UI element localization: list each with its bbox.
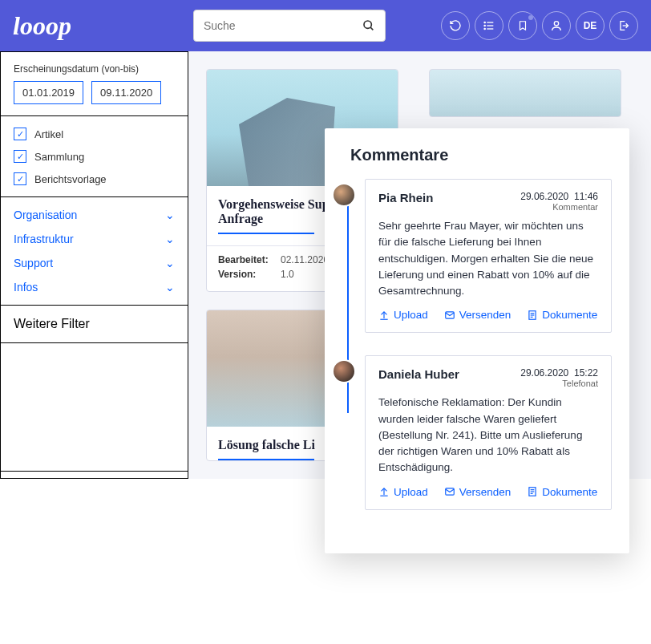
cat-label: Support <box>14 257 53 269</box>
checkbox-sammlung[interactable]: ✓Sammlung <box>14 150 175 163</box>
category-filter-section: Organisation⌄ Infrastruktur⌄ Support⌄ In… <box>1 197 188 306</box>
comment-timestamp: 29.06.2020 15:22 Telefonat <box>520 367 598 388</box>
comments-title: Kommentare <box>350 146 612 164</box>
send-action[interactable]: Versenden <box>444 486 512 498</box>
comment-actions: Upload Versenden Dokumente <box>378 486 598 498</box>
comment-actions: Upload Versenden Dokumente <box>378 309 598 321</box>
comment-item: Pia Rhein 29.06.2020 11:46 Kommentar Seh… <box>365 179 612 333</box>
svg-point-0 <box>364 21 371 28</box>
list-button[interactable] <box>475 11 503 40</box>
cat-infrastruktur[interactable]: Infrastruktur⌄ <box>14 233 175 245</box>
comment-item: Daniela Huber 29.06.2020 15:22 Telefonat… <box>365 355 612 509</box>
chevron-down-icon: ⌄ <box>165 233 175 245</box>
avatar <box>332 183 356 207</box>
cat-support[interactable]: Support⌄ <box>14 257 175 269</box>
comments-panel: Kommentare Pia Rhein 29.06.2020 11:46 Ko… <box>325 128 629 553</box>
user-button[interactable] <box>542 11 571 40</box>
date-filter-section: Erscheinungsdatum (von-bis) 01.01.2019 0… <box>1 52 188 116</box>
chevron-down-icon: ⌄ <box>165 257 175 269</box>
header-actions: DE <box>441 11 638 40</box>
check-label: Artikel <box>34 128 63 140</box>
refresh-button[interactable] <box>441 11 470 40</box>
article-card-peek[interactable] <box>429 69 621 117</box>
comment-timestamp: 29.06.2020 11:46 Kommentar <box>520 191 598 212</box>
type-filter-section: ✓Artikel ✓Sammlung ✓Berichtsvorlage <box>1 116 188 197</box>
avatar <box>332 359 356 383</box>
svg-point-7 <box>484 28 485 29</box>
app-logo: looop <box>13 11 71 41</box>
check-label: Sammlung <box>34 151 84 163</box>
comment-author: Daniela Huber <box>378 367 459 381</box>
meta-label: Version: <box>218 269 271 280</box>
svg-point-5 <box>484 22 485 22</box>
logout-button[interactable] <box>609 11 638 40</box>
search-input[interactable] <box>204 19 362 32</box>
cat-organisation[interactable]: Organisation⌄ <box>14 209 175 221</box>
send-action[interactable]: Versenden <box>444 309 512 321</box>
more-filters[interactable]: Weitere Filter <box>1 306 188 343</box>
cat-label: Infos <box>14 281 38 294</box>
chevron-down-icon: ⌄ <box>165 209 175 221</box>
comment-type: Telefonat <box>520 379 598 388</box>
documents-action[interactable]: Dokumente <box>527 309 597 321</box>
documents-action[interactable]: Dokumente <box>527 486 597 498</box>
filter-sidebar: Erscheinungsdatum (von-bis) 01.01.2019 0… <box>0 51 188 479</box>
checkbox-artikel[interactable]: ✓Artikel <box>14 128 175 140</box>
search-icon[interactable] <box>362 19 375 32</box>
checkbox-berichtsvorlage[interactable]: ✓Berichtsvorlage <box>14 172 175 185</box>
card-underline <box>218 233 314 234</box>
svg-point-6 <box>484 25 485 26</box>
comment-type: Kommentar <box>520 202 598 212</box>
upload-action[interactable]: Upload <box>378 309 428 321</box>
bookmark-button[interactable] <box>508 11 537 40</box>
more-filters-label: Weitere Filter <box>14 317 90 330</box>
svg-point-8 <box>554 22 558 26</box>
cat-label: Organisation <box>14 209 77 221</box>
comment-author: Pia Rhein <box>378 191 433 205</box>
meta-value: 02.11.2020 <box>281 254 329 265</box>
app-header: looop DE <box>0 0 651 51</box>
meta-value: 1.0 <box>281 269 294 280</box>
date-to-input[interactable]: 09.11.2020 <box>91 81 161 104</box>
language-button[interactable]: DE <box>576 11 604 40</box>
upload-action[interactable]: Upload <box>378 486 428 498</box>
meta-label: Bearbeitet: <box>218 254 271 265</box>
cat-infos[interactable]: Infos⌄ <box>14 281 175 294</box>
svg-line-1 <box>370 27 373 30</box>
cat-label: Infrastruktur <box>14 233 74 245</box>
comment-body: Telefonische Reklamation: Der Kundin wur… <box>378 395 598 476</box>
date-from-input[interactable]: 01.01.2019 <box>14 81 83 104</box>
date-filter-label: Erscheinungsdatum (von-bis) <box>14 63 175 75</box>
sidebar-spacer <box>1 343 188 472</box>
check-label: Berichtsvorlage <box>34 173 107 185</box>
card-underline <box>218 459 314 460</box>
search-field[interactable] <box>193 10 386 42</box>
comment-body: Sehr geehrte Frau Mayer, wir möchten uns… <box>378 218 598 299</box>
chevron-down-icon: ⌄ <box>165 281 175 294</box>
